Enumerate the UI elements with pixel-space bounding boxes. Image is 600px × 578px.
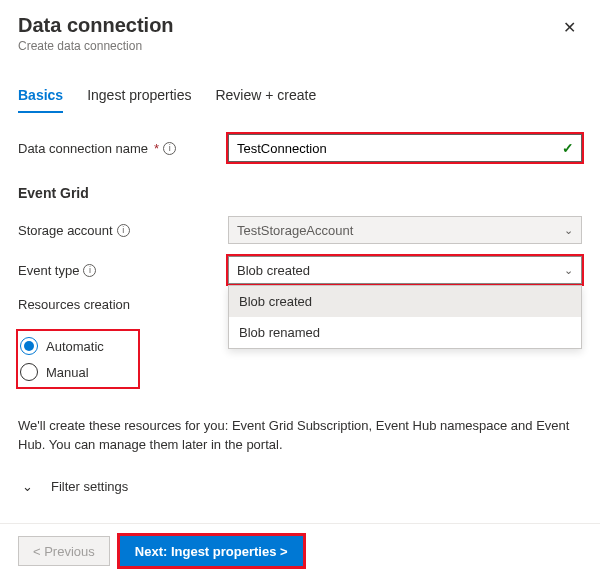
tab-ingest-properties[interactable]: Ingest properties [87,81,191,113]
event-grid-section-title: Event Grid [18,185,582,201]
chevron-down-icon: ⌄ [22,479,33,494]
storage-account-label: Storage account i [18,223,228,238]
storage-account-select[interactable]: TestStorageAccount ⌄ [228,216,582,244]
info-icon[interactable]: i [83,264,96,277]
tab-basics[interactable]: Basics [18,81,63,113]
close-button[interactable]: ✕ [557,14,582,41]
info-icon[interactable]: i [117,224,130,237]
wizard-footer: < Previous Next: Ingest properties > [0,523,600,578]
close-icon: ✕ [563,19,576,36]
storage-account-value: TestStorageAccount [237,223,353,238]
filter-settings-toggle[interactable]: ⌄ Filter settings [18,473,582,500]
page-subtitle: Create data connection [18,39,174,53]
data-connection-name-label: Data connection name * i [18,141,228,156]
required-asterisk: * [154,141,159,156]
chevron-down-icon: ⌄ [564,264,573,277]
event-type-value: Blob created [237,263,310,278]
info-icon[interactable]: i [163,142,176,155]
event-type-select[interactable]: Blob created ⌄ [228,256,582,284]
tab-review-create[interactable]: Review + create [215,81,316,113]
radio-manual[interactable]: Manual [20,363,132,381]
event-type-option-blob-renamed[interactable]: Blob renamed [229,317,581,348]
chevron-down-icon: ⌄ [564,224,573,237]
event-type-label: Event type i [18,263,228,278]
resources-creation-label: Resources creation [18,295,228,312]
valid-check-icon: ✓ [562,140,574,156]
previous-button: < Previous [18,536,110,566]
resources-creation-radio-group: Automatic Manual [18,331,138,387]
page-title: Data connection [18,14,174,37]
event-type-dropdown: Blob created Blob renamed [228,285,582,349]
radio-automatic-label: Automatic [46,339,104,354]
radio-automatic[interactable]: Automatic [20,337,132,355]
tab-bar: Basics Ingest properties Review + create [18,81,582,113]
helper-text: We'll create these resources for you: Ev… [18,417,582,455]
next-button[interactable]: Next: Ingest properties > [120,536,303,566]
radio-icon [20,363,38,381]
radio-manual-label: Manual [46,365,89,380]
event-type-option-blob-created[interactable]: Blob created [229,286,581,317]
radio-icon [20,337,38,355]
filter-settings-label: Filter settings [51,479,128,494]
data-connection-name-input[interactable] [228,134,582,162]
